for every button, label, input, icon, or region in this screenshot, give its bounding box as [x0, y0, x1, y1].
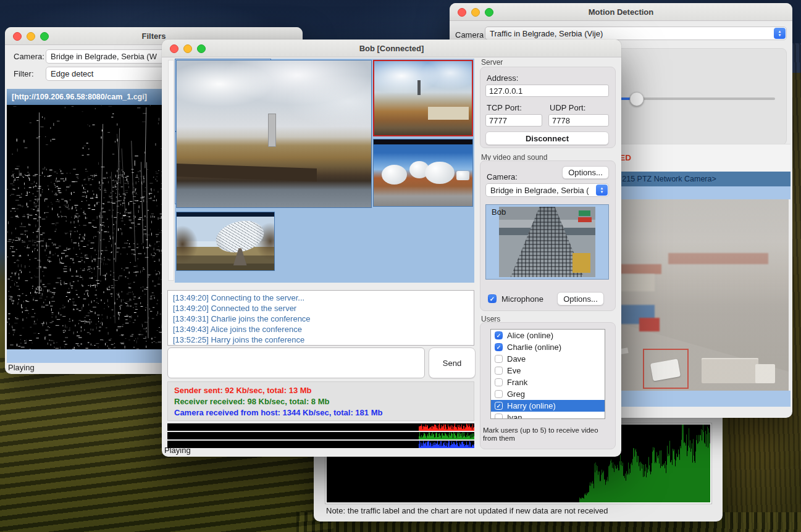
motion-camera-label: Camera [455, 30, 484, 39]
video-scenery [268, 114, 276, 148]
motion-window-title: Motion Detection [589, 7, 653, 17]
user-checkbox[interactable] [495, 355, 503, 363]
address-label: Address: [487, 73, 518, 83]
user-checkbox[interactable] [495, 414, 503, 419]
microphone-label: Microphone [501, 294, 543, 304]
bob-window-title: Bob [Connected] [359, 44, 424, 53]
tcp-port-label: TCP Port: [487, 103, 522, 112]
self-video-name: Bob [492, 207, 506, 217]
video-dome [382, 165, 408, 185]
user-name: Alice (online) [507, 331, 553, 340]
minimize-icon[interactable] [183, 44, 192, 53]
video-dome [425, 162, 455, 185]
motion-titlebar[interactable]: Motion Detection [450, 3, 792, 21]
users-groupbox: Alice (online)Charlie (online)DaveEveFra… [480, 322, 616, 449]
self-video-box: Bob [485, 204, 609, 280]
av-camera-value: Bridge in Belgrade, Serbia ( [486, 186, 595, 195]
chat-log[interactable]: [13:49:20] Connecting to the server...[1… [167, 290, 474, 346]
user-row[interactable]: Eve [491, 365, 605, 376]
video-tile-main[interactable] [176, 60, 372, 208]
microphone-options-button[interactable]: Options... [557, 292, 604, 305]
av-camera-label: Camera: [487, 172, 518, 181]
user-row[interactable]: Alice (online) [491, 330, 605, 341]
close-icon[interactable] [13, 32, 22, 41]
chat-line: [13:49:20] Connected to the server [173, 303, 469, 314]
user-row[interactable]: Dave [491, 353, 605, 365]
desktop: Note: the traffic label and the chart ar… [0, 0, 801, 532]
udp-port-field[interactable] [548, 114, 609, 127]
user-name: Charlie (online) [507, 343, 561, 352]
user-name: Eve [507, 366, 521, 375]
stats-panel: Sender sent: 92 Kb/sec, total: 13 MbRece… [167, 381, 474, 421]
user-checkbox[interactable] [495, 367, 503, 375]
users-list[interactable]: Alice (online)Charlie (online)DaveEveFra… [490, 329, 605, 419]
video-scenery [177, 164, 317, 181]
close-icon[interactable] [170, 44, 178, 53]
minimize-icon[interactable] [27, 32, 35, 41]
motion-camera-select[interactable]: Traffic in Belgrade, Serbia (Vije) [485, 27, 787, 40]
video-scenery [417, 80, 421, 95]
minimize-icon[interactable] [471, 8, 480, 17]
video-dome [456, 171, 469, 180]
sensitivity-slider-thumb[interactable] [630, 92, 644, 106]
video-logo [578, 217, 592, 222]
send-button[interactable]: Send [429, 347, 476, 378]
server-groupbox: Address: TCP Port: UDP Port: Disconnect [480, 67, 616, 148]
video-scenery [428, 107, 469, 119]
grid-side-gutter [168, 60, 174, 281]
address-field[interactable] [485, 85, 609, 97]
bob-titlebar[interactable]: Bob [Connected] [162, 39, 621, 57]
receiver-level-meter [167, 432, 474, 439]
user-row[interactable]: Ivan [491, 412, 605, 419]
disconnect-button[interactable]: Disconnect [485, 131, 609, 145]
zoom-icon[interactable] [40, 32, 49, 41]
zoom-icon[interactable] [197, 44, 206, 53]
server-group-label: Server [481, 58, 503, 67]
stat-line: Receiver received: 98 Kb/sec, total: 8 M… [174, 396, 468, 407]
video-scenery [572, 253, 591, 273]
video-tile-selected[interactable] [373, 60, 473, 136]
video-tile-observatory[interactable] [373, 139, 473, 207]
filters-camera-label: Camera: [14, 52, 44, 61]
filters-window-title: Filters [141, 31, 166, 41]
motion-camera-value: Traffic in Belgrade, Serbia (Vije) [485, 29, 773, 38]
close-icon[interactable] [458, 8, 466, 17]
user-checkbox[interactable] [495, 378, 503, 386]
camera-options-button[interactable]: Options... [562, 166, 609, 179]
video-tile-telescope[interactable] [176, 212, 275, 271]
user-checkbox[interactable] [495, 343, 503, 351]
microphone-checkbox[interactable] [488, 294, 497, 303]
user-name: Ivan [507, 413, 522, 419]
bob-status-text: Playing [164, 446, 191, 455]
user-checkbox[interactable] [495, 390, 503, 398]
zoom-icon[interactable] [485, 8, 493, 17]
bob-conference-window: Bob [Connected] No Video N [162, 39, 621, 457]
self-video [499, 207, 595, 277]
user-row[interactable]: Frank [491, 376, 605, 388]
user-name: Harry (online) [507, 401, 556, 410]
stepper-icon [596, 185, 608, 196]
chat-line: [13:49:20] Connecting to the server... [173, 293, 469, 303]
user-row[interactable]: Charlie (online) [491, 341, 605, 353]
chat-line: [13:49:31] Charlie joins the conference [173, 314, 469, 324]
user-name: Frank [507, 378, 527, 387]
user-row[interactable]: Harry (online) [491, 400, 605, 412]
users-hint: Mark users (up to 5) to receive video fr… [483, 426, 608, 443]
user-name: Greg [507, 389, 525, 399]
camera-level-meter [167, 441, 474, 448]
user-checkbox[interactable] [495, 402, 503, 410]
message-input[interactable] [167, 347, 425, 378]
stepper-icon [774, 28, 786, 39]
av-camera-select[interactable]: Bridge in Belgrade, Serbia ( [485, 183, 609, 197]
stat-line: Camera received from host: 1344 Kb/sec, … [174, 407, 468, 418]
filters-filter-label: Filter: [14, 69, 34, 78]
av-groupbox: Options... Camera: Bridge in Belgrade, S… [480, 160, 616, 311]
user-checkbox[interactable] [495, 331, 503, 339]
chat-line: [13:52:25] Harry joins the conference [173, 335, 469, 345]
sender-level-meter [167, 423, 474, 431]
video-grid: No Video No Video [175, 59, 474, 283]
tcp-port-field[interactable] [485, 114, 542, 127]
chart-note: Note: the traffic label and the chart ar… [326, 506, 608, 515]
video-logo [579, 210, 590, 216]
user-row[interactable]: Greg [491, 388, 605, 400]
